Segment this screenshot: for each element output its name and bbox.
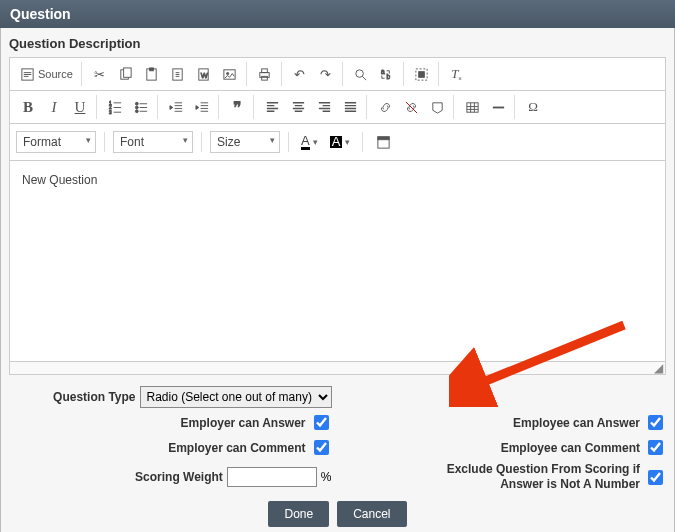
employee-answer-label: Employee can Answer — [513, 416, 640, 430]
source-button[interactable]: Source — [16, 62, 77, 86]
print-icon[interactable] — [253, 62, 277, 86]
question-type-label: Question Type — [53, 390, 135, 404]
svg-text:W: W — [201, 71, 209, 80]
scoring-weight-label: Scoring Weight — [135, 470, 223, 484]
panel-header: Question — [0, 0, 675, 28]
toolbar-row-3: Format Font Size A A — [10, 124, 665, 161]
anchor-icon[interactable] — [425, 95, 449, 119]
scoring-weight-unit: % — [321, 470, 332, 484]
svg-rect-17 — [419, 71, 425, 77]
employer-comment-label: Employer can Comment — [168, 441, 305, 455]
numbered-list-icon[interactable]: 123 — [103, 95, 127, 119]
find-icon[interactable] — [349, 62, 373, 86]
paste-word-icon[interactable]: W — [192, 62, 216, 86]
svg-text:a: a — [381, 67, 385, 74]
panel-body: Question Description Source ✂ W — [0, 28, 675, 532]
blockquote-icon[interactable]: ❞ — [225, 95, 249, 119]
employee-comment-label: Employee can Comment — [501, 441, 640, 455]
question-type-select[interactable]: Radio (Select one out of many) — [140, 386, 332, 408]
form-grid: Question Type Radio (Select one out of m… — [9, 385, 666, 527]
employee-comment-checkbox[interactable] — [648, 440, 663, 455]
font-combo[interactable]: Font — [113, 131, 193, 153]
underline-button[interactable]: U — [68, 95, 92, 119]
special-char-icon[interactable]: Ω — [521, 95, 545, 119]
cancel-button[interactable]: Cancel — [337, 501, 406, 527]
bold-button[interactable]: B — [16, 95, 40, 119]
panel-title: Question — [10, 6, 71, 22]
maximize-icon[interactable] — [371, 130, 395, 154]
svg-rect-4 — [150, 67, 154, 70]
svg-point-22 — [135, 106, 138, 109]
select-all-icon[interactable] — [410, 62, 434, 86]
bullet-list-icon[interactable] — [129, 95, 153, 119]
italic-button[interactable]: I — [42, 95, 66, 119]
editor-content-area[interactable]: New Question — [10, 161, 665, 361]
format-combo[interactable]: Format — [16, 131, 96, 153]
employer-answer-label: Employer can Answer — [181, 416, 306, 430]
svg-rect-26 — [378, 136, 389, 139]
toolbar-row-1: Source ✂ W ↶ ↷ ab — [10, 58, 665, 91]
employer-comment-checkbox[interactable] — [314, 440, 329, 455]
exclude-checkbox[interactable] — [648, 470, 663, 485]
indent-icon[interactable] — [190, 95, 214, 119]
section-title: Question Description — [9, 36, 666, 51]
rich-text-editor: Source ✂ W ↶ ↷ ab — [9, 57, 666, 375]
svg-text:b: b — [387, 73, 391, 80]
copy-icon[interactable] — [114, 62, 138, 86]
scoring-weight-input[interactable] — [227, 467, 317, 487]
svg-point-13 — [356, 69, 364, 77]
resize-grip[interactable]: ◢ — [10, 361, 665, 374]
hr-icon[interactable] — [486, 95, 510, 119]
align-justify-icon[interactable] — [338, 95, 362, 119]
svg-rect-11 — [262, 68, 268, 72]
exclude-label: Exclude Question From Scoring if Answer … — [420, 462, 640, 492]
paste-icon[interactable] — [140, 62, 164, 86]
svg-point-9 — [227, 72, 229, 74]
svg-rect-24 — [466, 102, 477, 111]
cut-icon[interactable]: ✂ — [88, 62, 112, 86]
employer-answer-checkbox[interactable] — [314, 415, 329, 430]
svg-point-23 — [135, 109, 138, 112]
done-button[interactable]: Done — [268, 501, 329, 527]
outdent-icon[interactable] — [164, 95, 188, 119]
table-icon[interactable] — [460, 95, 484, 119]
replace-icon[interactable]: ab — [375, 62, 399, 86]
undo-icon[interactable]: ↶ — [288, 62, 312, 86]
redo-icon[interactable]: ↷ — [314, 62, 338, 86]
align-center-icon[interactable] — [286, 95, 310, 119]
size-combo[interactable]: Size — [210, 131, 280, 153]
bg-color-button[interactable]: A — [326, 134, 355, 150]
svg-text:3: 3 — [108, 110, 111, 115]
align-right-icon[interactable] — [312, 95, 336, 119]
toolbar-row-2: B I U 123 ❞ — [10, 91, 665, 124]
paste-text-icon[interactable] — [166, 62, 190, 86]
svg-point-21 — [135, 102, 138, 105]
image-icon[interactable] — [218, 62, 242, 86]
align-left-icon[interactable] — [260, 95, 284, 119]
text-color-button[interactable]: A — [297, 133, 322, 152]
remove-format-icon[interactable]: Tₓ — [445, 62, 469, 86]
unlink-icon[interactable] — [399, 95, 423, 119]
link-icon[interactable] — [373, 95, 397, 119]
svg-rect-2 — [124, 67, 132, 76]
employee-answer-checkbox[interactable] — [648, 415, 663, 430]
